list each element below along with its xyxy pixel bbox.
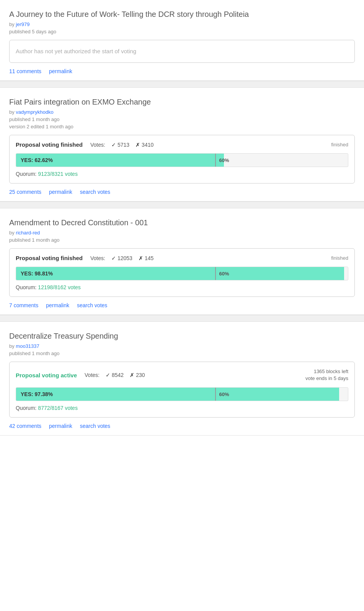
- votes-info: Votes:✓ 8542✗ 230: [85, 372, 298, 378]
- proposal-author-line: by vadymprykhodko: [9, 109, 355, 115]
- quorum-text: Quorum: 12198/8162 votes: [16, 284, 348, 290]
- permalink-link[interactable]: permalink: [49, 423, 72, 429]
- author-link[interactable]: moo31337: [16, 343, 39, 349]
- permalink-link[interactable]: permalink: [46, 302, 69, 308]
- yes-votes: ✓ 12053: [111, 255, 132, 261]
- threshold-label: 60%: [217, 267, 229, 280]
- search-votes-link[interactable]: search votes: [80, 423, 110, 429]
- search-votes-link[interactable]: search votes: [80, 189, 110, 195]
- threshold-label: 60%: [217, 154, 229, 167]
- permalink-link[interactable]: permalink: [49, 68, 72, 74]
- quorum-value: 8772/8167 votes: [38, 405, 78, 411]
- progress-bar-container: YES: 62.62%60%: [16, 153, 348, 167]
- voting-header: Proposal voting finishedVotes:✓ 12053✗ 1…: [16, 255, 348, 261]
- quorum-value: 9123/8321 votes: [38, 171, 78, 177]
- proposal-section-4: Decentralize Treasury Spendingby moo3133…: [0, 322, 364, 436]
- no-votes: ✗ 145: [139, 255, 153, 261]
- vote-ends: vote ends in 5 days: [305, 375, 348, 381]
- voting-placeholder-box: Author has not yet authorized the start …: [9, 40, 355, 63]
- proposal-title: Amendment to Decred Constitution - 001: [9, 218, 355, 228]
- voting-box: Proposal voting finishedVotes:✓ 12053✗ 1…: [9, 248, 355, 297]
- blocks-info: 1365 blocks leftvote ends in 5 days: [305, 368, 348, 382]
- voting-status: Proposal voting finished: [16, 141, 83, 148]
- author-link[interactable]: vadymprykhodko: [16, 109, 53, 115]
- voting-header: Proposal voting finishedVotes:✓ 5713✗ 34…: [16, 141, 348, 148]
- progress-bar-fill: YES: 97.38%: [16, 388, 339, 401]
- xmark-icon: ✗: [130, 372, 134, 378]
- proposal-title: Fiat Pairs integration on EXMO Exchange: [9, 97, 355, 107]
- proposal-section-2: Fiat Pairs integration on EXMO Exchangeb…: [0, 88, 364, 201]
- votes-label: Votes:: [85, 372, 100, 378]
- no-votes: ✗ 3410: [135, 142, 153, 148]
- threshold-label: 60%: [217, 388, 229, 401]
- proposal-published: published 1 month ago: [9, 351, 355, 356]
- voting-status: Proposal voting active: [16, 372, 77, 378]
- yes-votes: ✓ 5713: [111, 142, 129, 148]
- threshold-line: [215, 267, 216, 280]
- proposal-title: Decentralize Treasury Spending: [9, 331, 355, 341]
- threshold-line: [215, 388, 216, 401]
- votes-label: Votes:: [90, 255, 105, 261]
- placeholder-text: Author has not yet authorized the start …: [16, 48, 136, 54]
- voting-box: Proposal voting finishedVotes:✓ 5713✗ 34…: [9, 135, 355, 183]
- comments-link[interactable]: 42 comments: [9, 423, 41, 429]
- proposal-author-line: by moo31337: [9, 343, 355, 349]
- progress-bar-container: YES: 98.81%60%: [16, 267, 348, 280]
- finished-label: finished: [331, 255, 348, 261]
- links-row: 25 commentspermalinksearch votes: [9, 189, 355, 195]
- proposal-author-line: by jer979: [9, 21, 355, 27]
- proposal-section-1: A Journey to the Future of Work- Telling…: [0, 0, 364, 81]
- checkmark-icon: ✓: [106, 372, 110, 378]
- votes-label: Votes:: [90, 142, 105, 148]
- comments-link[interactable]: 7 comments: [9, 302, 38, 308]
- xmark-icon: ✗: [135, 142, 140, 148]
- author-link[interactable]: richard-red: [16, 230, 40, 236]
- xmark-icon: ✗: [139, 255, 143, 261]
- no-votes: ✗ 230: [130, 372, 145, 378]
- quorum-text: Quorum: 9123/8321 votes: [16, 171, 348, 177]
- votes-info: Votes:✓ 5713✗ 3410: [90, 142, 323, 148]
- author-link[interactable]: jer979: [16, 21, 29, 27]
- voting-header: Proposal voting activeVotes:✓ 8542✗ 2301…: [16, 368, 348, 382]
- search-votes-link[interactable]: search votes: [77, 302, 107, 308]
- proposal-section-3: Amendment to Decred Constitution - 001by…: [0, 208, 364, 315]
- blocks-left: 1365 blocks left: [314, 369, 348, 374]
- permalink-link[interactable]: permalink: [49, 189, 72, 195]
- yes-votes: ✓ 8542: [106, 372, 124, 378]
- proposal-author-line: by richard-red: [9, 230, 355, 236]
- proposal-version: version 2 edited 1 month ago: [9, 124, 355, 129]
- threshold-line: [215, 154, 216, 167]
- progress-bar-fill: YES: 98.81%: [16, 267, 344, 280]
- finished-label: finished: [331, 142, 348, 147]
- proposal-published: published 1 month ago: [9, 116, 355, 122]
- proposal-published: published 5 days ago: [9, 29, 355, 34]
- quorum-value: 12198/8162 votes: [38, 284, 80, 290]
- progress-bar-container: YES: 97.38%60%: [16, 387, 348, 401]
- links-row: 11 commentspermalink: [9, 68, 355, 74]
- progress-bar-fill: YES: 62.62%: [16, 154, 224, 167]
- quorum-text: Quorum: 8772/8167 votes: [16, 405, 348, 411]
- comments-link[interactable]: 25 comments: [9, 189, 41, 195]
- links-row: 7 commentspermalinksearch votes: [9, 302, 355, 308]
- proposal-title: A Journey to the Future of Work- Telling…: [9, 9, 355, 19]
- checkmark-icon: ✓: [111, 255, 116, 261]
- voting-status: Proposal voting finished: [16, 255, 83, 261]
- proposal-published: published 1 month ago: [9, 237, 355, 243]
- comments-link[interactable]: 11 comments: [9, 68, 41, 74]
- links-row: 42 commentspermalinksearch votes: [9, 423, 355, 429]
- voting-box: Proposal voting activeVotes:✓ 8542✗ 2301…: [9, 362, 355, 418]
- votes-info: Votes:✓ 12053✗ 145: [90, 255, 323, 261]
- checkmark-icon: ✓: [111, 142, 116, 148]
